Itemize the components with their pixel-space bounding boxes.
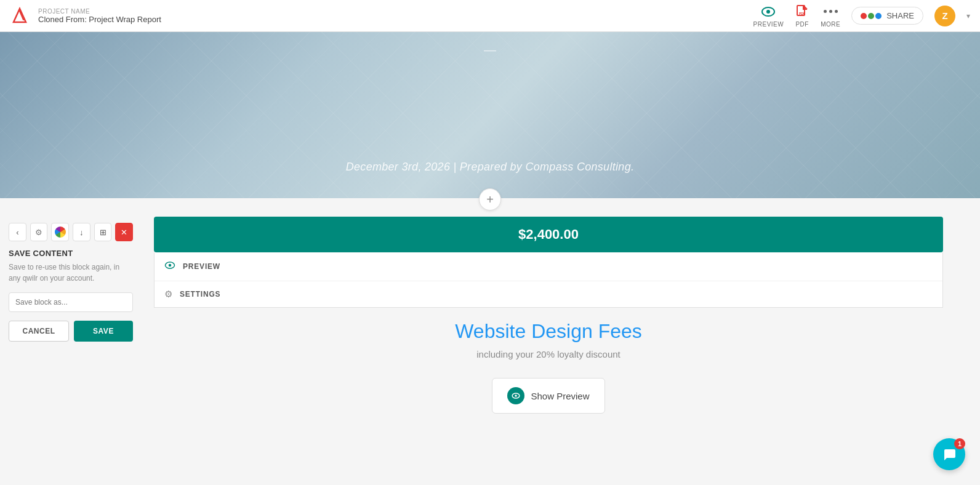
share-dots-icon [861, 13, 882, 19]
svg-text:PDF: PDF [799, 12, 805, 15]
share-dot-blue [875, 13, 882, 19]
back-button[interactable]: ‹ [9, 223, 26, 241]
show-preview-button[interactable]: Show Preview [492, 378, 604, 414]
section-title: Website Design Fees [154, 320, 943, 343]
save-content-title: SAVE CONTENT [9, 249, 133, 258]
delete-button[interactable]: ✕ [115, 223, 133, 241]
block-options: PREVIEW ⚙ SETTINGS [154, 252, 943, 308]
svg-point-1 [766, 10, 770, 14]
show-preview-eye-icon [507, 387, 524, 404]
project-label: PROJECT NAME [38, 8, 753, 15]
user-avatar[interactable]: Z [934, 6, 955, 26]
svg-point-8 [515, 395, 518, 397]
chat-bubble-button[interactable]: 1 [933, 438, 965, 470]
add-block-button[interactable]: + [479, 188, 501, 210]
hero-dash: — [484, 43, 496, 57]
settings-option-label: SETTINGS [180, 290, 220, 299]
share-dot-green [868, 13, 874, 19]
main-content: ‹ ⚙ ↓ ⊞ ✕ SAVE CONTENT Save to re-use th… [0, 198, 980, 438]
hero-text: December 3rd, 2026 | Prepared by Compass… [346, 161, 635, 174]
download-button[interactable]: ↓ [73, 223, 90, 241]
save-actions: CANCEL SAVE [9, 321, 133, 342]
more-action-button[interactable]: MORE [821, 4, 840, 28]
preview-option-row[interactable]: PREVIEW [155, 252, 942, 281]
svg-point-6 [169, 264, 172, 267]
toolbar-row: ‹ ⚙ ↓ ⊞ ✕ [9, 223, 133, 241]
header-actions: PREVIEW PDF PDF MORE [753, 4, 970, 28]
pdf-icon: PDF [795, 4, 809, 19]
preview-action-button[interactable]: PREVIEW [753, 4, 784, 28]
preview-label: PREVIEW [753, 21, 784, 28]
save-content-description: Save to re-use this block again, in any … [9, 262, 133, 284]
settings-button[interactable]: ⚙ [30, 223, 48, 241]
share-button[interactable]: SHARE [851, 7, 923, 25]
section-subtitle: including your 20% loyalty discount [154, 349, 943, 359]
save-button[interactable]: SAVE [74, 321, 133, 342]
pdf-label: PDF [795, 21, 809, 28]
project-info: PROJECT NAME Cloned From: Project Wrap R… [38, 8, 753, 24]
cancel-button[interactable]: CANCEL [9, 321, 69, 342]
content-area: $2,400.00 PREVIEW ⚙ SETTINGS Website Des… [142, 217, 980, 438]
project-name: Cloned From: Project Wrap Report [38, 15, 753, 24]
preview-option-label: PREVIEW [183, 262, 220, 271]
more-dots-icon [824, 4, 838, 19]
app-logo[interactable] [10, 6, 30, 26]
chevron-down-icon[interactable]: ▾ [966, 12, 970, 20]
settings-option-row[interactable]: ⚙ SETTINGS [155, 281, 942, 307]
preview-row-eye-icon [164, 260, 175, 273]
price-value: $2,400.00 [518, 226, 579, 242]
pdf-action-button[interactable]: PDF PDF [795, 4, 809, 28]
chat-icon [942, 447, 957, 462]
color-wheel-icon [55, 226, 66, 238]
price-block: $2,400.00 [154, 217, 943, 252]
save-block-input[interactable] [9, 292, 133, 312]
more-label: MORE [821, 21, 840, 28]
show-preview-label: Show Preview [531, 391, 589, 401]
color-wheel-button[interactable] [51, 223, 69, 241]
share-label: SHARE [886, 11, 914, 20]
move-button[interactable]: ⊞ [94, 223, 112, 241]
settings-row-gear-icon: ⚙ [164, 289, 172, 300]
header: PROJECT NAME Cloned From: Project Wrap R… [0, 0, 980, 32]
eye-icon [761, 4, 776, 19]
hero-section: — December 3rd, 2026 | Prepared by Compa… [0, 32, 980, 198]
sidebar-panel: ‹ ⚙ ↓ ⊞ ✕ SAVE CONTENT Save to re-use th… [0, 217, 142, 438]
chat-badge: 1 [954, 438, 965, 449]
share-dot-red [861, 13, 867, 19]
